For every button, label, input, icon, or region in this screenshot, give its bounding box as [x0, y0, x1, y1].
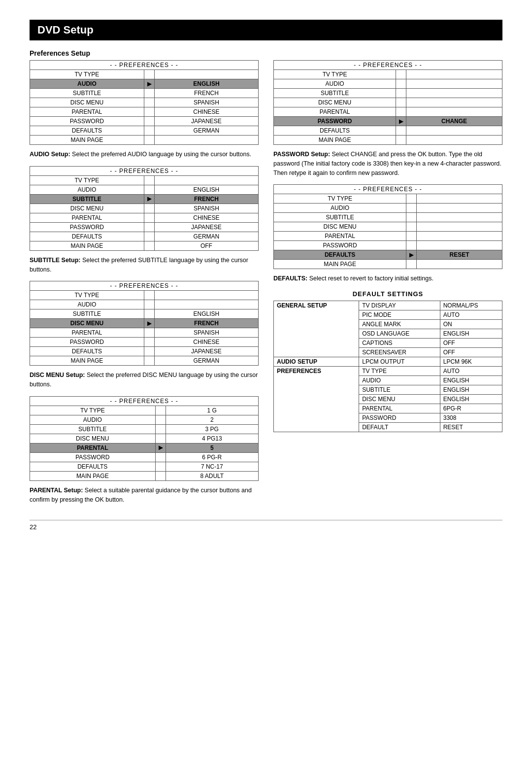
- preferences-section-title: Preferences Setup: [30, 49, 259, 57]
- audio-menu: - - PREFERENCES - - TV TYPE AUDIO▶ENGLIS…: [30, 60, 259, 145]
- subtitle-menu: - - PREFERENCES - - TV TYPE AUDIOENGLISH…: [30, 166, 259, 251]
- discmenu-desc: DISC MENU Setup: Select the preferred DI…: [30, 371, 259, 389]
- menu-item-tvtype: TV TYPE: [30, 70, 144, 79]
- menu-item-audio: AUDIO: [30, 79, 144, 89]
- default-settings-title: DEFAULT SETTINGS: [273, 290, 502, 298]
- defaults-menu: - - PREFERENCES - - TV TYPE AUDIO SUBTIT…: [273, 184, 502, 269]
- parental-desc: PARENTAL Setup: Select a suitable parent…: [30, 486, 259, 505]
- audio-desc: AUDIO Setup: Select the preferred AUDIO …: [30, 150, 259, 159]
- menu1-header: - - PREFERENCES - -: [30, 61, 259, 70]
- password-menu: - - PREFERENCES - - TV TYPE AUDIO SUBTIT…: [273, 60, 502, 145]
- cat-general-setup: GENERAL SETUP: [274, 301, 359, 357]
- change-label: CHANGE: [406, 117, 502, 126]
- password-desc: PASSWORD Setup: Select CHANGE and press …: [273, 150, 502, 177]
- parental-menu: - - PREFERENCES - - TV TYPE1 G AUDIO2 SU…: [30, 396, 259, 481]
- page-number: 22: [30, 520, 502, 531]
- discmenu-menu: - - PREFERENCES - - TV TYPE AUDIO SUBTIT…: [30, 281, 259, 366]
- left-column: Preferences Setup - - PREFERENCES - - TV…: [30, 49, 259, 511]
- default-settings-table: GENERAL SETUP TV DISPLAY NORMAL/PS PIC M…: [273, 301, 502, 432]
- cat-audio-setup: AUDIO SETUP: [274, 357, 359, 367]
- right-column: - - PREFERENCES - - TV TYPE AUDIO SUBTIT…: [273, 49, 502, 511]
- cat-preferences: PREFERENCES: [274, 367, 359, 432]
- subtitle-desc: SUBTITLE Setup: Select the preferred SUB…: [30, 256, 259, 274]
- page-title: DVD Setup: [30, 20, 502, 40]
- defaults-desc: DEFAULTS: Select reset to revert to fact…: [273, 274, 502, 283]
